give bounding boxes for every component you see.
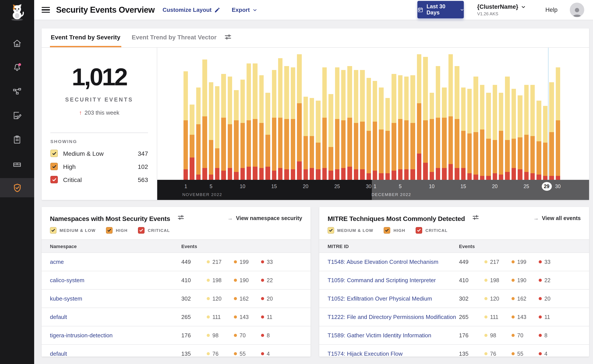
box-icon xyxy=(12,159,22,169)
stacked-bar-day-nov-7 xyxy=(221,74,226,180)
row-name-link[interactable]: T1574: Hijack Execution Flow xyxy=(328,351,459,357)
row-name-link[interactable]: T1589: Gather Victim Identity Informatio… xyxy=(328,332,459,339)
namespaces-settings-icon[interactable] xyxy=(177,214,184,223)
axis-tick: 10 xyxy=(426,184,438,189)
stacked-bar-day-nov-22 xyxy=(316,101,320,180)
row-medium-count: 217 xyxy=(207,259,234,265)
date-range-button[interactable]: Last 30 Days xyxy=(418,1,464,18)
cluster-selector[interactable]: {ClusterName} V1.26 AKS xyxy=(477,4,526,16)
mitre-settings-icon[interactable] xyxy=(472,214,479,223)
row-critical-count: 4 xyxy=(261,351,288,357)
row-name-link[interactable]: T1052: Exfiltration Over Physical Medium xyxy=(328,295,459,302)
sidebar-nav xyxy=(0,34,34,197)
legend-high[interactable]: High 102 xyxy=(50,163,148,170)
trend-tabs: Event Trend by Severity Event Trend by T… xyxy=(42,28,589,48)
filter-high[interactable]: HIGH xyxy=(106,227,128,234)
checkbox-critical[interactable] xyxy=(138,227,145,234)
weekly-delta: ↑203 this week xyxy=(42,109,157,116)
axis-tick: 5 xyxy=(205,184,217,189)
stacked-bar-day-nov-26 xyxy=(341,70,346,180)
sidebar-item-alerts[interactable] xyxy=(0,58,34,77)
top-header: Security Events Overview Customize Layou… xyxy=(34,0,593,20)
filter-critical[interactable]: CRITICAL xyxy=(138,227,170,234)
hamburger-menu-icon[interactable] xyxy=(42,6,50,14)
row-medium-count: 198 xyxy=(207,277,234,283)
stacked-bar-day-dec-27 xyxy=(537,101,541,180)
legend-medium-low[interactable]: Medium & Low 347 xyxy=(50,150,148,157)
row-total-events: 135 xyxy=(459,351,484,357)
medium-dot-icon xyxy=(207,352,210,355)
main-content: Event Trend by Severity Event Trend by T… xyxy=(34,20,593,364)
axis-month-label: NOVEMBER 2022 xyxy=(182,192,222,197)
divider xyxy=(50,133,148,133)
legend-critical[interactable]: Critical 563 xyxy=(50,176,148,183)
row-name-link[interactable]: kube-system xyxy=(50,295,181,302)
namespaces-card-title: Namespaces with Most Security Events xyxy=(50,214,170,222)
critical-dot-icon xyxy=(261,297,264,300)
checkbox-high[interactable] xyxy=(384,227,390,234)
row-name-link[interactable]: default xyxy=(50,351,181,357)
axis-tick: 10 xyxy=(236,184,249,189)
checkbox-high[interactable] xyxy=(106,227,113,234)
checkbox-critical[interactable] xyxy=(416,227,422,234)
export-button[interactable]: Export xyxy=(232,6,258,13)
row-name-link[interactable]: T1059: Command and Scripting Interpreter xyxy=(328,277,459,284)
sidebar-item-compliance[interactable] xyxy=(0,130,34,149)
user-avatar[interactable] xyxy=(570,3,584,17)
stacked-bar-day-dec-30 xyxy=(556,68,560,180)
tab-event-trend-by-severity[interactable]: Event Trend by Severity xyxy=(50,28,121,47)
view-all-events-link[interactable]: → View all events xyxy=(533,215,581,221)
row-high-count: 199 xyxy=(512,259,539,265)
stacked-bar-day-dec-8 xyxy=(417,54,421,180)
row-name-link[interactable]: T1548: Abuse Elevation Control Mechanism xyxy=(328,259,459,265)
checkbox-high[interactable] xyxy=(50,163,58,170)
row-name-link[interactable]: calico-system xyxy=(50,277,181,284)
stacked-bar-day-nov-17 xyxy=(285,66,289,180)
sidebar xyxy=(0,0,34,364)
sidebar-item-policies[interactable] xyxy=(0,106,34,125)
critical-dot-icon xyxy=(539,352,542,355)
high-dot-icon xyxy=(234,260,237,263)
row-name-link[interactable]: T1222: File and Directory Permissions Mo… xyxy=(328,314,459,320)
stacked-bar-day-dec-21 xyxy=(499,92,503,180)
checkbox-medium-low[interactable] xyxy=(328,227,334,234)
view-namespace-security-link[interactable]: → View namespace security xyxy=(227,215,302,221)
stacked-bar-day-nov-9 xyxy=(234,90,239,180)
row-medium-count: 111 xyxy=(207,314,234,320)
high-dot-icon xyxy=(234,334,237,337)
filter-medium-low[interactable]: MEDIUM & LOW xyxy=(328,227,373,234)
row-name-link[interactable]: default xyxy=(50,314,181,320)
row-name-link[interactable]: tigera-intrusion-detection xyxy=(50,332,181,339)
stacked-bar-day-nov-23 xyxy=(322,68,327,180)
policy-edit-icon xyxy=(12,111,22,120)
row-medium-count: 217 xyxy=(484,259,512,265)
checkbox-medium-low[interactable] xyxy=(50,227,56,234)
row-critical-count: 4 xyxy=(539,351,566,357)
filter-medium-low[interactable]: MEDIUM & LOW xyxy=(50,227,96,234)
axis-tick: 1 xyxy=(369,184,381,189)
help-link[interactable]: Help xyxy=(545,6,558,13)
checkbox-critical[interactable] xyxy=(50,176,58,183)
filter-critical[interactable]: CRITICAL xyxy=(416,227,448,234)
sidebar-item-workloads[interactable] xyxy=(0,154,34,173)
row-high-count: 190 xyxy=(512,277,539,283)
medium-dot-icon xyxy=(207,334,210,337)
critical-dot-icon xyxy=(539,315,542,318)
stacked-bar-day-dec-5 xyxy=(398,75,402,180)
calico-cat-logo-icon[interactable] xyxy=(8,3,26,21)
table-row: default 265 111 143 11 xyxy=(42,308,311,326)
table-row: calico-system 410 198 190 22 xyxy=(42,271,311,290)
sidebar-item-security-events[interactable] xyxy=(0,178,34,197)
row-total-events: 449 xyxy=(459,259,484,265)
tab-event-trend-by-threat-vector[interactable]: Event Trend by Threat Vector xyxy=(131,28,217,47)
filter-high[interactable]: HIGH xyxy=(384,227,405,234)
customize-layout-button[interactable]: Customize Layout xyxy=(162,6,220,13)
legend-count: 347 xyxy=(138,150,148,157)
sidebar-item-service-graph[interactable] xyxy=(0,82,34,101)
trend-settings-icon[interactable] xyxy=(225,33,232,42)
row-total-events: 302 xyxy=(181,295,207,302)
row-name-link[interactable]: acme xyxy=(50,259,181,265)
checkbox-medium-low[interactable] xyxy=(50,150,58,157)
table-row: kube-system 302 120 162 20 xyxy=(42,290,311,308)
sidebar-item-home[interactable] xyxy=(0,34,34,53)
